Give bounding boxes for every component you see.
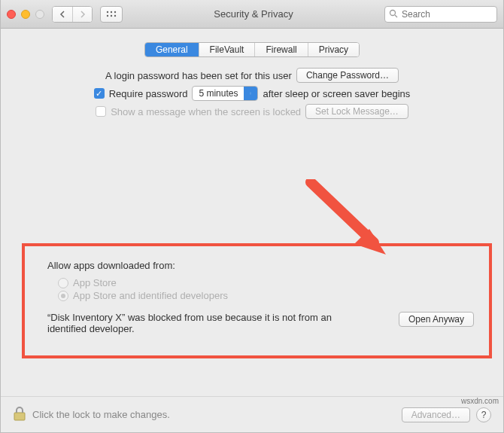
allow-appstore-identified-label: App Store and identified developers <box>73 290 228 301</box>
svg-point-3 <box>107 14 108 16</box>
require-password-line: ✓ Require password 5 minutes after sleep… <box>14 86 490 101</box>
pane-body: General FileVault Firewall Privacy A log… <box>1 29 503 396</box>
allow-appstore-identified-row: App Store and identified developers <box>58 290 474 301</box>
tab-bar: General FileVault Firewall Privacy <box>14 42 490 57</box>
back-button[interactable] <box>53 7 72 22</box>
allow-appstore-label: App Store <box>73 277 117 288</box>
watermark: wsxdn.com <box>461 397 499 405</box>
allow-apps-box: Allow apps downloaded from: App Store Ap… <box>22 243 492 358</box>
minimize-window-button[interactable] <box>21 10 30 19</box>
svg-point-0 <box>107 11 108 12</box>
lock-hint: Click the lock to make changes. <box>32 409 170 420</box>
search-field-wrap <box>384 6 497 23</box>
preferences-window: Security & Privacy General FileVault Fir… <box>0 0 504 433</box>
blocked-app-row: “Disk Inventory X” was blocked from use … <box>47 312 474 334</box>
svg-point-1 <box>111 11 112 12</box>
allow-appstore-identified-radio <box>58 291 68 301</box>
svg-rect-9 <box>14 413 25 420</box>
footer: Click the lock to make changes. Advanced… <box>1 396 503 432</box>
search-input[interactable] <box>384 6 497 23</box>
tab-privacy[interactable]: Privacy <box>308 43 359 56</box>
svg-point-2 <box>114 11 116 12</box>
svg-point-6 <box>390 10 396 15</box>
tab-filevault[interactable]: FileVault <box>199 43 255 56</box>
window-controls <box>7 10 44 19</box>
help-button[interactable]: ? <box>476 407 491 422</box>
login-password-status: A login password has been set for this u… <box>105 70 292 81</box>
set-lock-message-button: Set Lock Message… <box>305 104 408 119</box>
svg-point-5 <box>114 14 116 16</box>
titlebar: Security & Privacy <box>1 0 503 29</box>
nav-back-forward <box>52 6 93 23</box>
require-password-checkbox[interactable]: ✓ <box>94 88 105 99</box>
show-message-checkbox <box>96 106 106 117</box>
close-window-button[interactable] <box>7 10 16 19</box>
svg-line-7 <box>395 15 397 17</box>
show-all-button[interactable] <box>100 6 123 23</box>
allow-appstore-radio <box>58 278 68 288</box>
window-title: Security & Privacy <box>127 8 380 20</box>
show-message-line: Show a message when the screen is locked… <box>14 104 490 119</box>
require-password-label: Require password <box>109 88 188 99</box>
change-password-button[interactable]: Change Password… <box>296 68 399 83</box>
advanced-button[interactable]: Advanced… <box>402 407 470 422</box>
tab-firewall[interactable]: Firewall <box>254 43 307 56</box>
require-password-delay-value: 5 minutes <box>193 87 244 100</box>
login-password-line: A login password has been set for this u… <box>14 68 490 83</box>
require-password-delay-select[interactable]: 5 minutes <box>192 86 258 101</box>
allow-apps-title: Allow apps downloaded from: <box>47 260 474 271</box>
open-anyway-button[interactable]: Open Anyway <box>399 312 474 327</box>
svg-point-4 <box>111 14 112 16</box>
blocked-app-message: “Disk Inventory X” was blocked from use … <box>47 312 333 334</box>
search-icon <box>389 9 398 20</box>
tab-general[interactable]: General <box>145 43 199 56</box>
lock-icon[interactable] <box>13 405 26 424</box>
forward-button[interactable] <box>72 7 92 22</box>
show-message-label: Show a message when the screen is locked <box>111 106 301 117</box>
chevron-up-down-icon <box>244 87 257 100</box>
allow-appstore-row: App Store <box>58 277 474 288</box>
after-sleep-label: after sleep or screen saver begins <box>263 88 410 99</box>
zoom-window-button <box>35 10 44 19</box>
